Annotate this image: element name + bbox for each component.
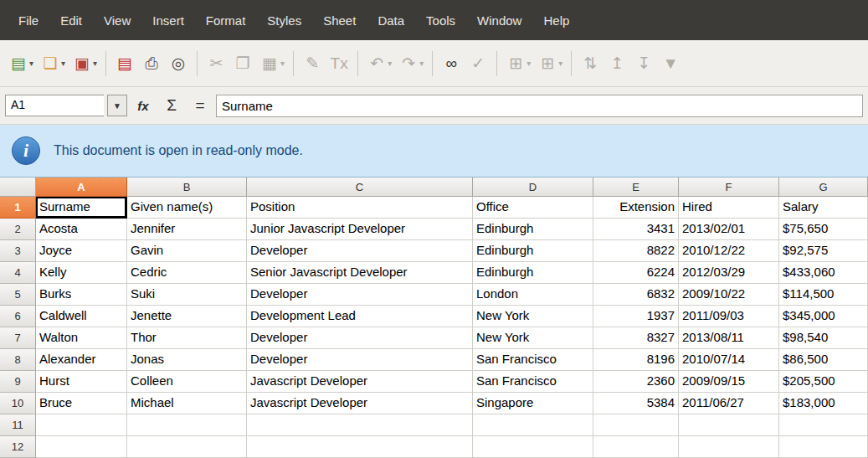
cell-E1[interactable]: Extension bbox=[593, 197, 679, 219]
cell-E5[interactable]: 6832 bbox=[593, 284, 679, 306]
cell-A1[interactable]: Surname bbox=[36, 197, 127, 219]
cell-B10[interactable]: Michael bbox=[127, 393, 247, 414]
cell-D7[interactable]: New York bbox=[473, 327, 593, 349]
cell-G5[interactable]: $114,500 bbox=[779, 284, 868, 306]
cell-F6[interactable]: 2011/09/03 bbox=[679, 306, 779, 327]
cell-F1[interactable]: Hired bbox=[679, 197, 779, 219]
cell-F2[interactable]: 2013/02/01 bbox=[679, 219, 779, 240]
cell-E11[interactable] bbox=[593, 414, 679, 436]
cell-F8[interactable]: 2010/07/14 bbox=[679, 349, 779, 371]
save-button[interactable]: ▣▾ bbox=[69, 49, 100, 79]
cell-D4[interactable]: Edinburgh bbox=[473, 262, 593, 284]
cell-D12[interactable] bbox=[473, 436, 593, 458]
cell-reference-box[interactable]: A1 bbox=[5, 95, 104, 116]
cell-A7[interactable]: Walton bbox=[36, 327, 127, 349]
cell-G1[interactable]: Salary bbox=[779, 197, 868, 219]
row-header-10[interactable]: 10 bbox=[0, 393, 36, 414]
row-header-9[interactable]: 9 bbox=[0, 371, 36, 393]
cell-G3[interactable]: $92,575 bbox=[779, 240, 868, 262]
row-header-3[interactable]: 3 bbox=[0, 240, 36, 262]
menu-styles[interactable]: Styles bbox=[257, 8, 311, 33]
cell-B3[interactable]: Gavin bbox=[127, 240, 247, 262]
cell-G11[interactable] bbox=[779, 414, 868, 436]
cell-F7[interactable]: 2013/08/11 bbox=[679, 327, 779, 349]
cell-B7[interactable]: Thor bbox=[127, 327, 247, 349]
menu-sheet[interactable]: Sheet bbox=[313, 8, 366, 33]
cell-C3[interactable]: Developer bbox=[247, 240, 473, 262]
formula-input[interactable] bbox=[216, 95, 863, 117]
cell-C12[interactable] bbox=[247, 436, 473, 458]
row-header-8[interactable]: 8 bbox=[0, 349, 36, 371]
row-header-6[interactable]: 6 bbox=[0, 306, 36, 327]
column-header-G[interactable]: G bbox=[779, 178, 868, 197]
cell-B6[interactable]: Jenette bbox=[127, 306, 247, 327]
cell-C1[interactable]: Position bbox=[247, 197, 473, 219]
cell-E8[interactable]: 8196 bbox=[593, 349, 679, 371]
sum-button[interactable]: Σ bbox=[159, 93, 184, 118]
cell-D3[interactable]: Edinburgh bbox=[473, 240, 593, 262]
cell-C5[interactable]: Developer bbox=[247, 284, 473, 306]
cell-D2[interactable]: Edinburgh bbox=[473, 219, 593, 240]
cell-G6[interactable]: $345,000 bbox=[779, 306, 868, 327]
cell-A12[interactable] bbox=[36, 436, 127, 458]
save-dropdown-arrow-icon[interactable]: ▾ bbox=[93, 59, 97, 68]
cell-A5[interactable]: Burks bbox=[36, 284, 127, 306]
cell-D8[interactable]: San Francisco bbox=[473, 349, 593, 371]
cell-G10[interactable]: $183,000 bbox=[779, 393, 868, 414]
cell-B5[interactable]: Suki bbox=[127, 284, 247, 306]
cell-D9[interactable]: San Francisco bbox=[473, 371, 593, 393]
row-header-1[interactable]: 1 bbox=[0, 197, 36, 219]
cell-B11[interactable] bbox=[127, 414, 247, 436]
row-header-12[interactable]: 12 bbox=[0, 436, 36, 458]
cell-D1[interactable]: Office bbox=[473, 197, 593, 219]
menu-view[interactable]: View bbox=[94, 8, 141, 33]
cell-A6[interactable]: Caldwell bbox=[36, 306, 127, 327]
row-header-4[interactable]: 4 bbox=[0, 262, 36, 284]
cell-G7[interactable]: $98,540 bbox=[779, 327, 868, 349]
column-header-C[interactable]: C bbox=[247, 178, 473, 197]
menu-format[interactable]: Format bbox=[196, 8, 256, 33]
cell-B2[interactable]: Jennifer bbox=[127, 219, 247, 240]
cell-G8[interactable]: $86,500 bbox=[779, 349, 868, 371]
open-dropdown-arrow-icon[interactable]: ▾ bbox=[61, 59, 65, 68]
cell-B9[interactable]: Colleen bbox=[127, 371, 247, 393]
cell-E4[interactable]: 6224 bbox=[593, 262, 679, 284]
cell-A3[interactable]: Joyce bbox=[36, 240, 127, 262]
open-button[interactable]: ❏▾ bbox=[38, 49, 68, 79]
cell-C2[interactable]: Junior Javascript Developer bbox=[247, 219, 473, 240]
cell-E6[interactable]: 1937 bbox=[593, 306, 679, 327]
cell-D10[interactable]: Singapore bbox=[473, 393, 593, 414]
menu-file[interactable]: File bbox=[8, 8, 49, 33]
find-replace-button[interactable]: ∞ bbox=[439, 49, 464, 79]
cell-B1[interactable]: Given name(s) bbox=[127, 197, 247, 219]
menu-window[interactable]: Window bbox=[467, 8, 532, 33]
row-header-11[interactable]: 11 bbox=[0, 414, 36, 436]
menu-edit[interactable]: Edit bbox=[50, 8, 92, 33]
menu-data[interactable]: Data bbox=[367, 8, 414, 33]
select-all-corner[interactable] bbox=[0, 178, 36, 197]
cell-E10[interactable]: 5384 bbox=[593, 393, 679, 414]
cell-B4[interactable]: Cedric bbox=[127, 262, 247, 284]
menu-help[interactable]: Help bbox=[533, 8, 579, 33]
column-header-B[interactable]: B bbox=[127, 178, 247, 197]
menu-insert[interactable]: Insert bbox=[142, 8, 194, 33]
cell-B12[interactable] bbox=[127, 436, 247, 458]
cell-C6[interactable]: Development Lead bbox=[247, 306, 473, 327]
cell-E7[interactable]: 8327 bbox=[593, 327, 679, 349]
cell-C7[interactable]: Developer bbox=[247, 327, 473, 349]
cell-A2[interactable]: Acosta bbox=[36, 219, 127, 240]
row-header-7[interactable]: 7 bbox=[0, 327, 36, 349]
cell-A4[interactable]: Kelly bbox=[36, 262, 127, 284]
column-header-F[interactable]: F bbox=[679, 178, 779, 197]
cell-A10[interactable]: Bruce bbox=[36, 393, 127, 414]
column-header-E[interactable]: E bbox=[593, 178, 679, 197]
cell-F9[interactable]: 2009/09/15 bbox=[679, 371, 779, 393]
cell-E9[interactable]: 2360 bbox=[593, 371, 679, 393]
cell-G9[interactable]: $205,500 bbox=[779, 371, 868, 393]
export-pdf-button[interactable]: ▤ bbox=[112, 49, 137, 79]
function-wizard-button[interactable]: fx bbox=[131, 93, 156, 118]
menu-tools[interactable]: Tools bbox=[416, 8, 465, 33]
print-preview-button[interactable]: ◎ bbox=[166, 49, 191, 79]
cell-C9[interactable]: Javascript Developer bbox=[247, 371, 473, 393]
cell-A8[interactable]: Alexander bbox=[36, 349, 127, 371]
